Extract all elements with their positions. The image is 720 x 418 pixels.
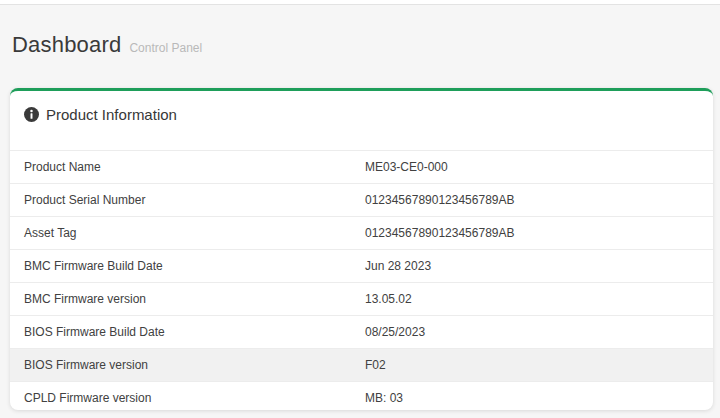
table-row-product-name: Product Name ME03-CE0-000: [10, 150, 713, 183]
row-value: Jun 28 2023: [365, 259, 713, 273]
row-label: Product Name: [10, 160, 365, 174]
page-title: Dashboard: [12, 32, 121, 57]
product-information-card: Product Information Product Name ME03-CE…: [10, 88, 713, 410]
table-row-bios-firmware-version: BIOS Firmware version F02: [10, 348, 713, 381]
row-value: 01234567890123456789AB: [365, 193, 713, 207]
table-row-asset-tag: Asset Tag 01234567890123456789AB: [10, 216, 713, 249]
product-info-table: Product Name ME03-CE0-000 Product Serial…: [10, 150, 713, 414]
card-header: Product Information: [10, 91, 713, 150]
row-value: 13.05.02: [365, 292, 713, 306]
page-header: DashboardControl Panel: [0, 5, 720, 58]
page-subtitle: Control Panel: [129, 41, 202, 55]
table-row-cpld-firmware-version: CPLD Firmware version MB: 03: [10, 381, 713, 414]
row-label: Product Serial Number: [10, 193, 365, 207]
info-icon: [24, 107, 39, 122]
card-title: Product Information: [46, 106, 177, 123]
row-value: F02: [365, 358, 713, 372]
row-label: BIOS Firmware version: [10, 358, 365, 372]
row-value: 08/25/2023: [365, 325, 713, 339]
row-value: MB: 03: [365, 391, 713, 405]
table-row-bmc-firmware-version: BMC Firmware version 13.05.02: [10, 282, 713, 315]
row-label: BMC Firmware Build Date: [10, 259, 365, 273]
table-row-product-serial-number: Product Serial Number 012345678901234567…: [10, 183, 713, 216]
table-row-bmc-firmware-build-date: BMC Firmware Build Date Jun 28 2023: [10, 249, 713, 282]
table-row-bios-firmware-build-date: BIOS Firmware Build Date 08/25/2023: [10, 315, 713, 348]
row-label: BMC Firmware version: [10, 292, 365, 306]
row-label: Asset Tag: [10, 226, 365, 240]
row-label: CPLD Firmware version: [10, 391, 365, 405]
row-value: ME03-CE0-000: [365, 160, 713, 174]
row-value: 01234567890123456789AB: [365, 226, 713, 240]
row-label: BIOS Firmware Build Date: [10, 325, 365, 339]
